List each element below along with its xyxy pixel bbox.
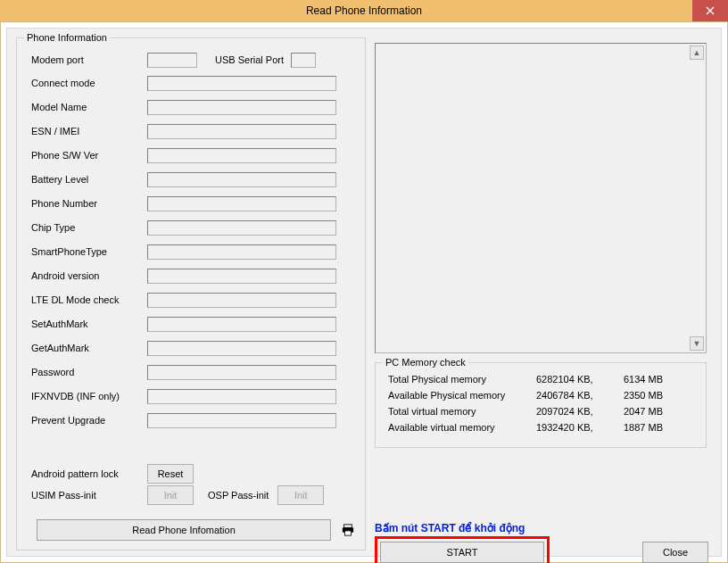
usb-serial-label: USB Serial Port [215,54,284,65]
phone-information-group: Phone Information Modem port USB Serial … [16,37,366,551]
battery-level-label: Battery Level [31,174,147,185]
phone-sw-ver-value [147,148,336,163]
pc-memory-legend: PC Memory check [383,357,468,368]
window-close-button[interactable] [692,0,728,21]
close-button[interactable]: Close [642,542,708,563]
mem-row-avail-physical: Available Physical memory 2406784 KB, 23… [388,390,663,401]
phone-sw-ver-label: Phone S/W Ver [31,150,147,161]
model-name-value [147,100,336,115]
mem-row-avail-virtual: Available virtual memory 1932420 KB, 188… [388,422,663,433]
connect-mode-label: Connect mode [31,78,147,88]
get-auth-mark-value [147,341,336,356]
password-label: Password [31,367,147,377]
scroll-down-button[interactable]: ▼ [690,336,704,351]
printer-icon [342,524,354,536]
android-version-label: Android version [31,270,147,281]
set-auth-mark-label: SetAuthMark [31,319,147,329]
ifxnvdb-label: IFXNVDB (INF only) [31,391,147,402]
usim-pass-init-label: USIM Pass-init [31,490,147,501]
start-button[interactable]: START [380,542,544,563]
phone-number-value [147,196,336,211]
titlebar: Read Phone Information [0,0,728,21]
lte-dl-mode-value [147,293,336,308]
lte-dl-mode-label: LTE DL Mode check [31,294,147,305]
svg-rect-2 [345,531,352,535]
mem-row-total-virtual: Total virtual memory 2097024 KB, 2047 MB [388,406,663,417]
dialog-inner: Phone Information Modem port USB Serial … [6,28,722,557]
osp-pass-init-label: OSP Pass-init [208,490,269,501]
scroll-up-button[interactable]: ▲ [690,46,704,60]
ifxnvdb-value [147,389,336,404]
phone-info-legend: Phone Information [24,32,110,43]
close-icon [706,6,715,15]
connect-mode-value [147,76,336,91]
svg-rect-0 [344,525,352,528]
smartphone-type-value [147,244,336,260]
pc-memory-check-group: PC Memory check Total Physical memory 62… [375,362,707,448]
usim-init-button[interactable]: Init [147,485,194,505]
get-auth-mark-label: GetAuthMark [31,343,147,353]
mem-row-total-physical: Total Physical memory 6282104 KB, 6134 M… [388,374,663,385]
chip-type-label: Chip Type [31,222,147,233]
modem-port-value [147,53,197,68]
annotation-text: Bấm nút START để khởi động [375,522,525,534]
model-name-label: Model Name [31,102,147,112]
usb-serial-value [291,53,316,68]
reset-button[interactable]: Reset [147,464,194,484]
password-value [147,365,336,380]
phone-number-label: Phone Number [31,198,147,209]
set-auth-mark-value [147,317,336,332]
window-title: Read Phone Information [0,4,728,17]
battery-level-value [147,172,336,187]
read-phone-info-button[interactable]: Read Phone Infomation [37,519,331,541]
log-textarea[interactable]: ▲ ▼ [375,43,707,353]
print-button[interactable] [338,519,358,541]
chip-type-value [147,220,336,236]
modem-port-label: Modem port [31,54,147,65]
smartphone-type-label: SmartPhoneType [31,246,147,257]
android-pattern-lock-label: Android pattern lock [31,468,147,479]
prevent-upgrade-value [147,413,336,428]
android-version-value [147,269,336,284]
esn-imei-label: ESN / IMEI [31,126,147,137]
window-body: Phone Information Modem port USB Serial … [0,21,728,563]
prevent-upgrade-label: Prevent Upgrade [31,415,147,426]
osp-init-button[interactable]: Init [277,485,324,505]
esn-imei-value [147,124,336,139]
